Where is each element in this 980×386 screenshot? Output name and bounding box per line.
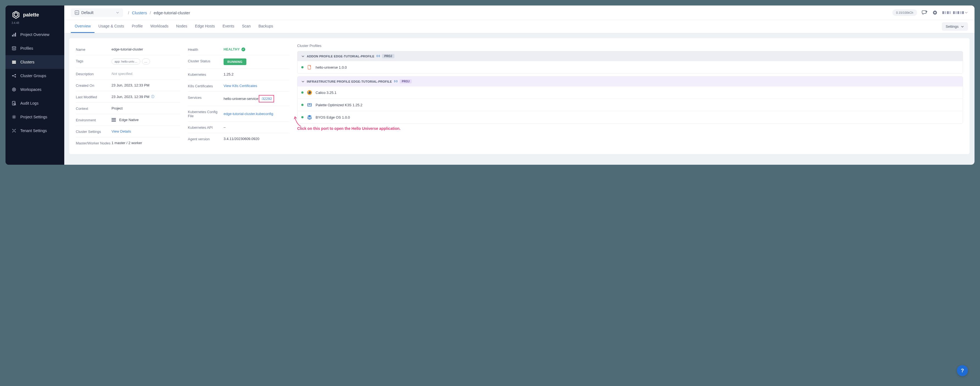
arrow-icon bbox=[294, 116, 302, 127]
status-dot-icon bbox=[301, 66, 304, 68]
sidebar-item-cluster-groups[interactable]: Cluster Groups bbox=[5, 69, 64, 83]
detail-row-cluster-settings: Cluster Settings View Details bbox=[76, 126, 180, 137]
sidebar-item-label: Cluster Groups bbox=[20, 73, 46, 78]
detail-row-k8s-certs: K8s Certificates View K8s Certificates bbox=[188, 80, 290, 92]
sidebar-item-profiles[interactable]: Profiles bbox=[5, 41, 64, 55]
detail-value: 23 Jun, 2023, 12:33 PM bbox=[111, 83, 150, 87]
settings-button-label: Settings bbox=[946, 24, 959, 29]
svg-point-16 bbox=[926, 11, 927, 12]
profile-item[interactable]: BYOS Edge OS 1.0.0 bbox=[298, 111, 963, 123]
kubeconfig-link[interactable]: edge-tutorial-cluster.kubeconfig bbox=[224, 109, 273, 118]
breadcrumb-link-clusters[interactable]: Clusters bbox=[132, 10, 147, 15]
svg-rect-25 bbox=[308, 105, 311, 106]
sidebar-item-label: Project Settings bbox=[20, 115, 47, 119]
status-badge: RUNNING bbox=[224, 59, 247, 65]
profile-header-label: ADDON PROFILE EDGE-TUTORIAL-PROFILE bbox=[307, 55, 374, 58]
detail-row-tags: Tags app: hello-univ… … bbox=[76, 55, 180, 68]
tab-workloads[interactable]: Workloads bbox=[146, 20, 172, 33]
svg-rect-0 bbox=[12, 35, 13, 37]
profile-item-label: Calico 3.25.1 bbox=[316, 91, 336, 95]
link-icon[interactable] bbox=[394, 79, 398, 83]
settings-button[interactable]: Settings bbox=[942, 22, 968, 31]
check-circle-icon: ✓ bbox=[242, 48, 245, 51]
detail-row-last-modified: Last Modified 23 Jun, 2023, 12:39 PM ⓘ bbox=[76, 91, 180, 103]
infra-profile-header[interactable]: INFRASTRUCTURE PROFILE EDGE-TUTORIAL-PRO… bbox=[298, 76, 963, 86]
view-k8s-certs-link[interactable]: View K8s Certificates bbox=[224, 83, 257, 88]
detail-value: 23 Jun, 2023, 12:39 PM bbox=[111, 95, 150, 99]
sidebar-item-project-settings[interactable]: Project Settings bbox=[5, 110, 64, 124]
svg-rect-24 bbox=[310, 104, 311, 105]
breadcrumb-current: edge-tutorial-cluster bbox=[154, 10, 190, 15]
group-icon bbox=[11, 73, 16, 78]
calico-icon bbox=[307, 90, 312, 95]
tag-chip[interactable]: app: hello-univ… bbox=[111, 59, 140, 65]
status-dot-icon bbox=[301, 104, 304, 106]
svg-rect-2 bbox=[15, 33, 16, 37]
sidebar-item-clusters[interactable]: Clusters bbox=[5, 55, 64, 69]
chevron-down-icon bbox=[961, 25, 964, 28]
tab-nodes[interactable]: Nodes bbox=[172, 20, 191, 33]
gear-icon bbox=[11, 114, 16, 119]
detail-label: Name bbox=[76, 47, 111, 52]
detail-label: Cluster Status bbox=[188, 59, 224, 65]
profile-item[interactable]: Palette Optimized K3S 1.25.2 bbox=[298, 98, 963, 111]
detail-label: Master/Worker Nodes bbox=[76, 141, 111, 145]
detail-label: Cluster Settings bbox=[76, 129, 111, 134]
svg-rect-5 bbox=[12, 62, 16, 63]
detail-value: Project bbox=[111, 106, 123, 111]
chevron-down-icon bbox=[965, 11, 968, 14]
sidebar-item-audit-logs[interactable]: Audit Logs bbox=[5, 96, 64, 110]
chat-icon[interactable] bbox=[921, 10, 928, 16]
profile-item[interactable]: Calico 3.25.1 bbox=[298, 86, 963, 98]
service-port-link[interactable]: :32292 bbox=[259, 95, 274, 102]
user-avatar-pixelated[interactable] bbox=[942, 11, 968, 14]
svg-point-20 bbox=[308, 91, 311, 94]
sidebar-item-project-overview[interactable]: Project Overview bbox=[5, 28, 64, 41]
addon-profile-header[interactable]: ADDON PROFILE EDGE-TUTORIAL-PROFILE PROJ bbox=[298, 51, 963, 61]
detail-row-cluster-status: Cluster Status RUNNING bbox=[188, 55, 290, 68]
callout-text: Click on this port to open the Hello Uni… bbox=[297, 126, 963, 131]
tab-overview[interactable]: Overview bbox=[71, 20, 94, 33]
info-icon[interactable]: ⓘ bbox=[151, 94, 154, 99]
svg-rect-4 bbox=[12, 61, 16, 62]
svg-rect-1 bbox=[14, 34, 14, 37]
content-area: Name edge-tutorial-cluster Tags app: hel… bbox=[64, 33, 975, 165]
sidebar-item-workspaces[interactable]: Workspaces bbox=[5, 83, 64, 96]
star-icon[interactable] bbox=[932, 10, 938, 16]
tab-backups[interactable]: Backups bbox=[255, 20, 277, 33]
link-icon[interactable] bbox=[377, 54, 380, 58]
detail-label: Last Modified bbox=[76, 94, 111, 99]
tab-usage-costs[interactable]: Usage & Costs bbox=[94, 20, 128, 33]
callout-annotation: Click on this port to open the Hello Uni… bbox=[297, 126, 963, 131]
detail-label: Kubernetes Config File bbox=[188, 109, 224, 118]
addon-profile-box: ADDON PROFILE EDGE-TUTORIAL-PROFILE PROJ… bbox=[297, 51, 963, 73]
version-label: 3.4.48 bbox=[5, 21, 64, 28]
tag-more-button[interactable]: … bbox=[142, 59, 150, 65]
tab-profile[interactable]: Profile bbox=[128, 20, 147, 33]
search-file-icon bbox=[11, 101, 16, 106]
proj-badge: PROJ bbox=[399, 79, 412, 83]
usage-indicator: 0.15/100kCh bbox=[892, 10, 917, 16]
svg-point-11 bbox=[13, 89, 15, 91]
detail-value: Not specified. bbox=[111, 71, 133, 76]
project-selector[interactable]: Default bbox=[71, 8, 123, 17]
detail-label: Tags bbox=[76, 59, 111, 65]
detail-label: Agent version bbox=[188, 137, 224, 141]
proj-badge: PROJ bbox=[382, 54, 394, 58]
sidebar-item-tenant-settings[interactable]: Tenant Settings bbox=[5, 124, 64, 138]
tab-edge-hosts[interactable]: Edge Hosts bbox=[191, 20, 219, 33]
sidebar-item-label: Clusters bbox=[20, 60, 34, 64]
detail-label: Services bbox=[188, 95, 224, 102]
profiles-column: Cluster Profiles ADDON PROFILE EDGE-TUTO… bbox=[297, 44, 963, 149]
view-details-link[interactable]: View Details bbox=[111, 129, 131, 134]
tab-scan[interactable]: Scan bbox=[238, 20, 255, 33]
detail-row-kubernetes: Kubernetes 1.25.2 bbox=[188, 68, 290, 80]
tab-events[interactable]: Events bbox=[219, 20, 238, 33]
sidebar-item-label: Audit Logs bbox=[20, 101, 38, 105]
grid-icon bbox=[11, 60, 16, 65]
layers-icon bbox=[11, 46, 16, 51]
profile-item[interactable]: hello-universe 1.0.0 bbox=[298, 61, 963, 73]
profile-item-label: hello-universe 1.0.0 bbox=[316, 65, 347, 70]
overview-panel: Name edge-tutorial-cluster Tags app: hel… bbox=[69, 38, 970, 154]
detail-row-k8s-api: Kubernetes API – bbox=[188, 122, 290, 133]
